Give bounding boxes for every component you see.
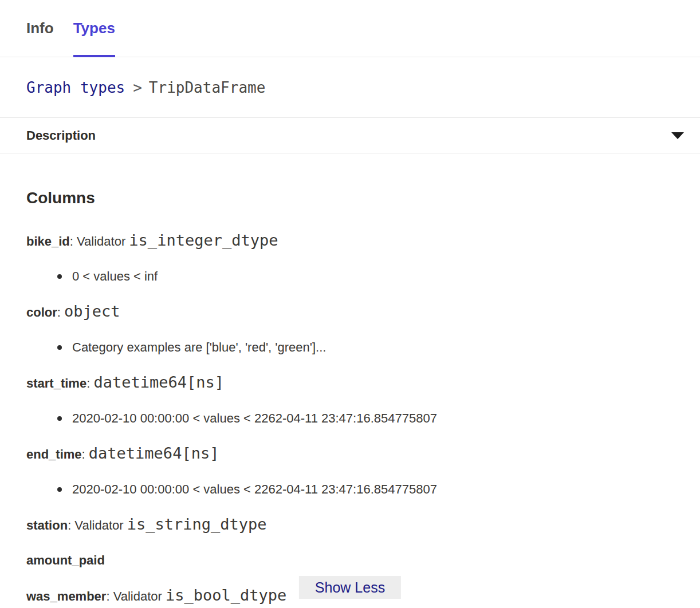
columns-section: Columns bike_id: Validator is_integer_dt… bbox=[0, 153, 700, 605]
tab-info-label: Info bbox=[26, 19, 54, 37]
column-dtype-code: is_bool_dtype bbox=[166, 586, 286, 604]
constraint-text: 2020-02-10 00:00:00 < values < 2262-04-1… bbox=[72, 481, 437, 498]
bullet-icon bbox=[57, 274, 62, 279]
bullet-icon bbox=[57, 487, 62, 492]
show-less-button[interactable]: Show Less bbox=[299, 576, 401, 599]
validator-label: Validator bbox=[77, 234, 129, 248]
breadcrumb-current-page: TripDataFrame bbox=[149, 79, 266, 96]
column-name: color bbox=[26, 305, 57, 319]
column-constraint: 0 < values < inf bbox=[26, 269, 674, 285]
column-dtype-code: is_string_dtype bbox=[127, 515, 267, 533]
tab-info[interactable]: Info bbox=[26, 0, 54, 57]
column-dtype-code: datetime64[ns] bbox=[89, 444, 219, 462]
validator-label: Validator bbox=[74, 518, 127, 532]
breadcrumb: Graph types > TripDataFrame bbox=[0, 57, 700, 118]
constraint-text: 0 < values < inf bbox=[72, 269, 158, 285]
column-name: amount_paid bbox=[26, 553, 105, 567]
description-section-header[interactable]: Description bbox=[0, 118, 700, 153]
column-definition: bike_id: Validator is_integer_dtype bbox=[26, 232, 674, 250]
active-tab-underline bbox=[73, 55, 115, 57]
column-dtype-code: datetime64[ns] bbox=[93, 373, 224, 391]
column-name: start_time bbox=[26, 376, 86, 390]
column-name: station bbox=[26, 518, 68, 532]
column-name: was_member bbox=[26, 589, 106, 603]
column-name: end_time bbox=[26, 447, 82, 461]
column-dtype-code: is_integer_dtype bbox=[129, 231, 278, 249]
bullet-icon bbox=[57, 345, 62, 350]
breadcrumb-link-graph-types[interactable]: Graph types bbox=[26, 79, 125, 96]
columns-list: bike_id: Validator is_integer_dtype0 < v… bbox=[26, 232, 674, 605]
column-definition: amount_paid bbox=[26, 552, 674, 568]
column-name: bike_id bbox=[26, 234, 70, 248]
column-constraint: Category examples are ['blue', 'red', 'g… bbox=[26, 339, 674, 356]
column-constraint: 2020-02-10 00:00:00 < values < 2262-04-1… bbox=[26, 481, 674, 498]
column-definition: end_time: datetime64[ns] bbox=[26, 445, 674, 463]
columns-heading: Columns bbox=[26, 189, 674, 207]
column-dtype-code: object bbox=[64, 302, 120, 320]
column-definition: station: Validator is_string_dtype bbox=[26, 516, 674, 534]
validator-label: Validator bbox=[113, 589, 166, 603]
tab-types[interactable]: Types bbox=[73, 0, 115, 57]
caret-down-icon[interactable] bbox=[671, 132, 684, 139]
bullet-icon bbox=[57, 416, 62, 421]
column-definition: color: object bbox=[26, 303, 674, 321]
constraint-text: Category examples are ['blue', 'red', 'g… bbox=[72, 339, 326, 356]
column-constraint: 2020-02-10 00:00:00 < values < 2262-04-1… bbox=[26, 410, 674, 427]
column-definition: start_time: datetime64[ns] bbox=[26, 374, 674, 392]
tab-bar: Info Types bbox=[0, 0, 700, 57]
breadcrumb-separator: > bbox=[133, 79, 142, 96]
constraint-text: 2020-02-10 00:00:00 < values < 2262-04-1… bbox=[72, 410, 437, 427]
tab-types-label: Types bbox=[73, 19, 115, 37]
description-label: Description bbox=[26, 128, 96, 143]
